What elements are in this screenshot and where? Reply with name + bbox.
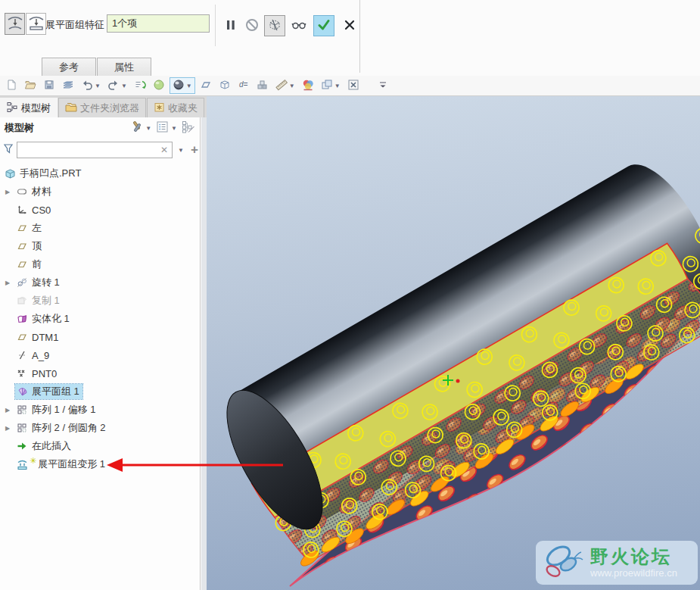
tree-tools-button[interactable]: ▼ [130,120,151,136]
navigator-tab-strip: 模型树文件夹浏览器收藏夹 [0,96,207,117]
new-file-icon [5,79,17,93]
flatten-to-plane-icon [26,13,46,35]
model-3d-scene [207,96,700,590]
tab-properties[interactable]: 属性 [97,58,151,76]
nav-tab-star[interactable]: 收藏夹 [147,98,204,117]
tree-row[interactable]: 左 [0,219,200,237]
nav-tab-treetab[interactable]: 模型树 [0,98,58,117]
tree-row[interactable]: 复制 1 [0,292,200,310]
tree-item-label: 复制 1 [29,293,63,308]
svg-text:d=: d= [239,80,248,89]
chevron-down-icon: ▼ [186,83,192,89]
open-file-button[interactable] [22,77,39,94]
tree-filter-input[interactable] [17,143,157,157]
verify-glasses-button[interactable] [288,15,310,36]
expand-arrow-icon[interactable]: ▶ [0,279,15,286]
chevron-down-icon: ▼ [95,83,101,89]
close-window-icon [347,79,359,93]
panel-splitter[interactable] [201,117,207,590]
pause-button[interactable] [220,15,241,36]
display-style-button[interactable]: ▼ [170,77,195,94]
tree-item-label: 左 [29,220,45,236]
tree-hide-button[interactable] [182,120,195,136]
tree-item-label: CS0 [29,204,54,217]
collected-items-field[interactable] [107,14,210,33]
tree-row[interactable]: ▶阵列 1 / 偏移 1 [0,401,200,419]
window-arrange-button[interactable]: ▼ [319,77,343,94]
tree-item-label: 手柄凹点.PRT [17,166,84,181]
cancel-button[interactable] [339,15,360,36]
plane-icon [15,223,29,233]
plane-icon [15,332,29,342]
redo-button[interactable]: ▼ [105,77,129,94]
tree-row[interactable]: ▶材料 [0,183,200,201]
tree-row[interactable]: ▶旋转 1 [0,273,200,292]
tree-row[interactable]: 前 [0,255,200,273]
ok-button[interactable] [313,15,334,36]
list-settings-icon [156,120,169,136]
graphics-area[interactable]: 野火论坛 www.proewildfire.cn [207,96,700,590]
quilt-icon [15,386,29,398]
tree-item-label: PNT0 [29,367,60,380]
filter-dropdown-button[interactable]: ▼ [175,147,187,154]
tree-row[interactable]: ▶阵列 2 / 倒圆角 2 [0,419,200,437]
clear-filter-icon[interactable]: ✕ [157,145,172,155]
save-file-button[interactable] [41,77,58,94]
watermark-title: 野火论坛 [590,547,677,567]
tree-row[interactable]: 顶 [0,237,200,255]
tree-row[interactable]: 实体化 1 [0,310,200,328]
chevron-down-icon: ▼ [121,83,127,89]
butterfly-logo-icon [540,542,590,583]
feature-type-label: 展平面组特征 [45,18,104,32]
flatten-curve-option-button[interactable] [5,13,25,35]
forbid-button[interactable] [241,15,263,36]
tree-row[interactable]: PNT0 [0,364,200,382]
render-sphere-button[interactable] [151,77,167,94]
copy-icon [15,295,29,306]
dimension-display-button[interactable]: d= [235,77,252,94]
tree-row[interactable]: DTM1 [0,328,200,346]
regenerate-button[interactable] [132,77,148,94]
appearance-gallery-button[interactable] [300,77,316,94]
add-filter-button[interactable]: + [187,142,202,158]
part-icon [3,168,17,179]
component-display-button[interactable] [254,77,271,94]
close-window-button[interactable] [345,77,362,94]
tree-row[interactable]: 手柄凹点.PRT [0,164,200,183]
flatten-icon [15,459,29,470]
tab-references[interactable]: 参考 [42,58,96,76]
tree-row[interactable]: ✳展平面组变形 1 [0,455,200,473]
glasses-icon [291,17,306,35]
tree-settings-button[interactable]: ▼ [156,120,177,136]
expand-arrow-icon[interactable]: ▶ [0,425,15,432]
tree-item-label: 实体化 1 [29,311,73,326]
model-tree-title: 模型树 [5,121,34,135]
tree-row[interactable]: CS0 [0,201,200,219]
datum-plane-display-button[interactable] [198,77,214,94]
expand-arrow-icon[interactable]: ▶ [0,407,15,414]
measure-button[interactable]: ▼ [273,77,297,94]
tree-hide-icon [182,120,195,136]
open-file-icon [24,79,36,93]
tree-row[interactable]: 在此插入 [0,437,200,455]
tree-row[interactable]: A_9 [0,346,200,364]
chevron-down-icon: ▼ [334,83,341,89]
tree-item-label: 材料 [29,184,54,199]
pattern-icon [15,404,29,415]
tree-item-label: 前 [29,257,45,272]
datum-csys-display-button[interactable] [216,77,233,94]
expand-arrow-icon[interactable]: ▶ [0,189,15,195]
tree-item-label: 在此插入 [29,439,74,454]
model-tree-panel: 模型树 ▼ ▼ ✕ ▼ + 手柄凹点.PRT▶材料CS0左顶前▶旋转 1复制 1… [0,117,201,590]
toolbar-overflow-button[interactable] [375,77,391,94]
layers-button[interactable] [60,77,76,94]
flatten-to-plane-option-button[interactable] [26,13,46,35]
chevron-down-icon: ▼ [171,125,177,132]
nav-tab-folder[interactable]: 文件夹浏览器 [58,98,146,117]
component-display-icon [257,79,269,93]
new-file-button[interactable] [3,77,20,94]
undo-button[interactable]: ▼ [79,77,103,94]
dashboard-divider-2 [359,0,360,73]
tree-row[interactable]: 展平面组 1 [0,382,200,401]
clip-preview-button[interactable] [264,15,285,36]
